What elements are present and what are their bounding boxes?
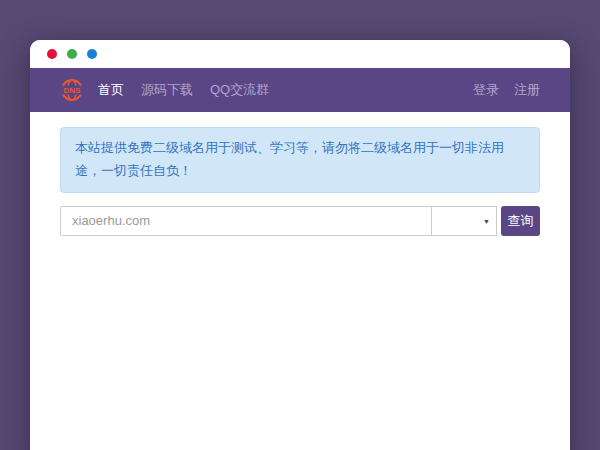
query-button[interactable]: 查询 <box>501 206 540 236</box>
auth-links: 登录 注册 <box>458 81 540 99</box>
logo-text: DNS <box>64 86 82 95</box>
main-content: 本站提供免费二级域名用于测试、学习等，请勿将二级域名用于一切非法用途，一切责任自… <box>30 112 570 251</box>
site-navbar: DNS 首页 源码下载 QQ交流群 登录 注册 <box>30 68 570 112</box>
register-link[interactable]: 注册 <box>514 81 540 99</box>
nav-item-source-download[interactable]: 源码下载 <box>141 81 193 99</box>
notice-alert: 本站提供免费二级域名用于测试、学习等，请勿将二级域名用于一切非法用途，一切责任自… <box>60 127 540 193</box>
window-titlebar <box>30 40 570 68</box>
dns-globe-icon: DNS <box>60 78 84 102</box>
domain-suffix-select[interactable]: ▼ <box>431 206 497 236</box>
chevron-down-icon: ▼ <box>483 217 490 224</box>
window-minimize-button[interactable] <box>67 49 77 59</box>
nav-item-home[interactable]: 首页 <box>98 81 124 99</box>
login-link[interactable]: 登录 <box>473 81 499 99</box>
window-maximize-button[interactable] <box>87 49 97 59</box>
site-logo[interactable]: DNS <box>60 78 84 102</box>
nav-links: 首页 源码下载 QQ交流群 <box>98 81 286 99</box>
browser-window: DNS 首页 源码下载 QQ交流群 登录 注册 本站提供免费二级域名用于测试、学… <box>30 40 570 450</box>
domain-input[interactable] <box>60 206 432 236</box>
domain-search-form: ▼ 查询 <box>60 206 540 236</box>
nav-item-qq-group[interactable]: QQ交流群 <box>210 81 269 99</box>
window-close-button[interactable] <box>47 49 57 59</box>
